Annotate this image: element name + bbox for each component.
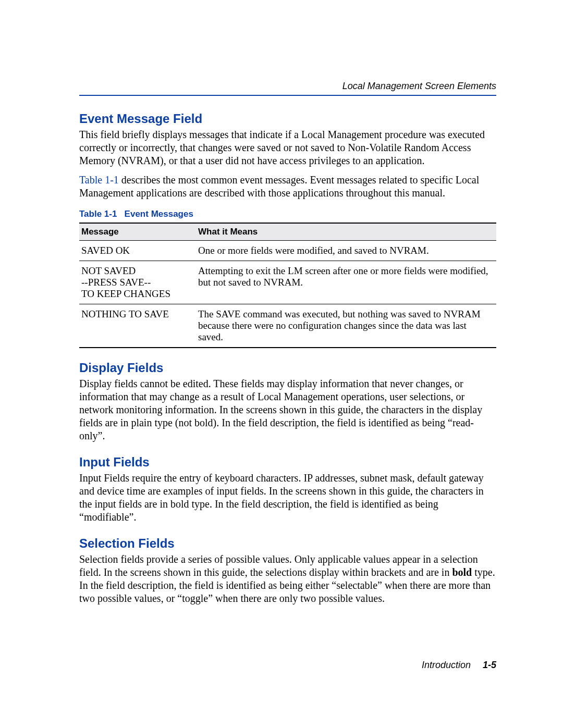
running-header: Local Management Screen Elements: [79, 81, 496, 92]
para-selection-pre: Selection fields provide a series of pos…: [79, 553, 478, 578]
para-event-msg-2-rest: describes the most common event messages…: [79, 174, 479, 199]
footer-chapter: Introduction: [422, 660, 471, 670]
heading-input-fields: Input Fields: [79, 455, 496, 470]
page: Local Management Screen Elements Event M…: [0, 0, 563, 728]
para-selection-fields: Selection fields provide a series of pos…: [79, 553, 496, 605]
header-rule: [79, 95, 496, 96]
cell-meaning: Attempting to exit the LM screen after o…: [196, 261, 496, 304]
table-row: NOT SAVED --PRESS SAVE-- TO KEEP CHANGES…: [79, 261, 496, 304]
table-caption-label: Table 1-1: [79, 209, 117, 219]
event-messages-table: Message What it Means SAVED OK One or mo…: [79, 223, 496, 348]
para-selection-bold: bold: [452, 566, 472, 578]
para-event-msg-2: Table 1-1 describes the most common even…: [79, 174, 496, 200]
cell-meaning: One or more fields were modified, and sa…: [196, 241, 496, 261]
cell-meaning: The SAVE command was executed, but nothi…: [196, 304, 496, 348]
table-header-meaning: What it Means: [196, 223, 496, 241]
table-caption: Table 1-1 Event Messages: [79, 209, 496, 219]
cell-message: NOT SAVED --PRESS SAVE-- TO KEEP CHANGES: [79, 261, 196, 304]
footer-page-number: 1-5: [483, 660, 496, 670]
para-input-fields: Input Fields require the entry of keyboa…: [79, 472, 496, 524]
table-header-row: Message What it Means: [79, 223, 496, 241]
table-row: NOTHING TO SAVE The SAVE command was exe…: [79, 304, 496, 348]
table-header-message: Message: [79, 223, 196, 241]
table-reference-link[interactable]: Table 1-1: [79, 174, 119, 186]
table-caption-title: Event Messages: [125, 209, 193, 219]
cell-message: NOTHING TO SAVE: [79, 304, 196, 348]
heading-event-message-field: Event Message Field: [79, 112, 496, 126]
cell-message: SAVED OK: [79, 241, 196, 261]
para-event-msg-1: This field briefly displays messages tha…: [79, 128, 496, 167]
heading-display-fields: Display Fields: [79, 361, 496, 375]
page-footer: Introduction 1-5: [422, 660, 496, 671]
para-display-fields: Display fields cannot be edited. These f…: [79, 377, 496, 442]
heading-selection-fields: Selection Fields: [79, 536, 496, 551]
table-row: SAVED OK One or more fields were modifie…: [79, 241, 496, 261]
